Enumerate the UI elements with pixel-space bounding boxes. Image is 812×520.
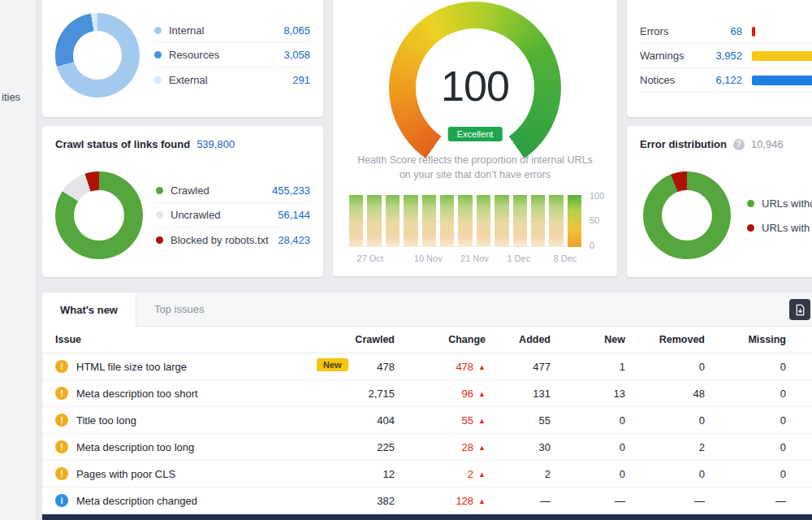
crawl-status-donut-chart[interactable] <box>55 171 143 259</box>
column-header-change[interactable]: Change <box>395 327 486 353</box>
legend-value[interactable]: 8,065 <box>283 24 310 37</box>
added-cell: 477 <box>486 353 551 380</box>
health-history-bar[interactable] <box>386 195 400 247</box>
x-tick-label: 1 Dec <box>507 254 530 263</box>
crawled-cell: 225 <box>307 434 395 461</box>
legend-item[interactable]: External291 <box>154 67 310 92</box>
legend-item[interactable]: Resources3,058 <box>154 43 310 67</box>
issue-cell: !Meta description too long <box>42 434 307 461</box>
column-header-missing[interactable]: Missing <box>705 327 786 353</box>
legend-label: Crawled <box>171 184 209 197</box>
column-header-issue[interactable]: Issue <box>42 327 307 353</box>
legend-item[interactable]: URLs with er <box>747 215 812 240</box>
health-history-bar[interactable] <box>440 195 454 247</box>
legend-value[interactable]: 56,144 <box>278 209 310 221</box>
health-history-bar[interactable] <box>458 195 472 247</box>
new-cell: 1 <box>551 353 625 380</box>
export-button[interactable] <box>789 299 810 320</box>
missing-cell: 0 <box>705 434 786 461</box>
health-history-bar[interactable] <box>367 195 381 247</box>
issue-label[interactable]: HTML file size too large <box>76 361 187 373</box>
summary-value[interactable]: 6,122 <box>687 74 742 86</box>
health-history-bar[interactable] <box>422 195 436 247</box>
health-history-bar[interactable] <box>549 195 563 247</box>
x-tick-label: 8 Dec <box>554 254 577 263</box>
column-header-removed[interactable]: Removed <box>625 327 705 353</box>
health-history-bar[interactable] <box>513 195 527 247</box>
summary-bar <box>752 27 755 37</box>
missing-cell: 0 <box>705 353 786 380</box>
export-icon <box>794 304 806 316</box>
legend-item[interactable]: Internal8,065 <box>154 19 310 43</box>
warning-icon: ! <box>55 440 68 453</box>
column-header-crawled[interactable]: Crawled <box>307 327 395 353</box>
summary-row-warnings[interactable]: Warnings3,952 <box>640 44 812 68</box>
legend-value[interactable]: 28,423 <box>278 234 310 246</box>
health-history-bar[interactable] <box>495 195 508 247</box>
change-up-icon: ▲ <box>478 444 486 452</box>
missing-cell: 0 <box>705 380 786 407</box>
links-donut-chart[interactable] <box>55 13 140 98</box>
summary-value[interactable]: 3,952 <box>687 50 742 62</box>
issue-row[interactable]: iMeta description changed382128▲———— <box>42 488 812 514</box>
change-up-icon: ▲ <box>478 363 486 371</box>
health-history-bar[interactable] <box>477 195 490 247</box>
warning-icon: ! <box>55 360 68 373</box>
help-icon[interactable] <box>733 139 745 150</box>
legend-label: Internal <box>169 24 204 37</box>
error-distribution-donut-chart[interactable] <box>643 171 731 259</box>
crawled-cell: 404 <box>307 407 395 434</box>
change-up-icon: ▲ <box>478 470 486 479</box>
y-tick-label: 100 <box>590 191 604 201</box>
issue-cell: !Pages with poor CLS <box>42 461 307 488</box>
legend-value[interactable]: 455,233 <box>272 184 310 197</box>
removed-cell: — <box>625 488 705 514</box>
new-cell: 0 <box>551 434 625 461</box>
added-cell: — <box>486 488 551 514</box>
links-found-card: Internal8,065Resources3,058External291 <box>42 0 323 117</box>
issue-cell-content: !Pages with poor CLS <box>42 467 307 480</box>
summary-row-notices[interactable]: Notices6,122 <box>640 68 812 93</box>
issue-row[interactable]: !HTML file size too largeNew478478▲47710… <box>42 353 812 380</box>
y-tick-label: 0 <box>590 240 594 250</box>
health-history-bar[interactable] <box>531 195 545 247</box>
issue-cell-content: !HTML file size too large <box>42 360 307 373</box>
legend-item[interactable]: Crawled455,233 <box>156 179 310 203</box>
issue-row[interactable]: !Title too long40455▲55000 <box>42 407 812 434</box>
legend-item[interactable]: URLs without <box>747 191 812 215</box>
legend-value[interactable]: 291 <box>292 74 310 86</box>
column-header-added[interactable]: Added <box>486 327 551 353</box>
tab-whats-new[interactable]: What's new <box>42 292 136 327</box>
health-history-bar[interactable] <box>404 195 417 247</box>
description-line-1: Health Score reflects the proportion of … <box>333 153 617 167</box>
crawled-cell: 382 <box>307 488 395 514</box>
sidebar-partial-label[interactable]: ities <box>2 91 20 103</box>
legend-value[interactable]: 3,058 <box>283 49 310 61</box>
issue-label[interactable]: Title too long <box>76 414 136 427</box>
change-up-icon: ▲ <box>478 497 486 505</box>
crawl-status-total[interactable]: 539,800 <box>197 138 235 150</box>
legend-item[interactable]: Uncrawled56,144 <box>156 203 310 228</box>
legend-dot <box>747 224 754 232</box>
tab-top-issues[interactable]: Top issues <box>136 292 222 326</box>
change-value: 28 <box>462 441 473 453</box>
issue-label[interactable]: Pages with poor CLS <box>76 468 175 480</box>
health-score-card: 100 Excellent Health Score reflects the … <box>333 0 617 276</box>
issue-label[interactable]: Meta description too long <box>76 441 194 453</box>
legend-dot <box>154 76 162 84</box>
crawled-cell: 2,715 <box>307 380 395 407</box>
legend-dot <box>154 27 162 34</box>
issue-row[interactable]: !Meta description too long22528▲30020 <box>42 434 812 461</box>
issue-label[interactable]: Meta description too short <box>76 388 198 400</box>
summary-row-errors[interactable]: Errors68 <box>640 20 812 44</box>
issue-cell-content: iMeta description changed <box>42 494 307 507</box>
column-header-new[interactable]: New <box>551 327 625 353</box>
health-history-bar[interactable] <box>568 195 581 247</box>
health-history-bar[interactable] <box>349 195 363 247</box>
issue-row[interactable]: !Pages with poor CLS122▲2000 <box>42 461 812 488</box>
new-cell: 0 <box>551 461 625 488</box>
summary-value[interactable]: 68 <box>687 25 742 37</box>
legend-item[interactable]: Blocked by robots.txt28,423 <box>156 228 310 252</box>
issue-row[interactable]: !Meta description too short2,71596▲13113… <box>42 380 812 407</box>
issue-label[interactable]: Meta description changed <box>76 495 197 507</box>
